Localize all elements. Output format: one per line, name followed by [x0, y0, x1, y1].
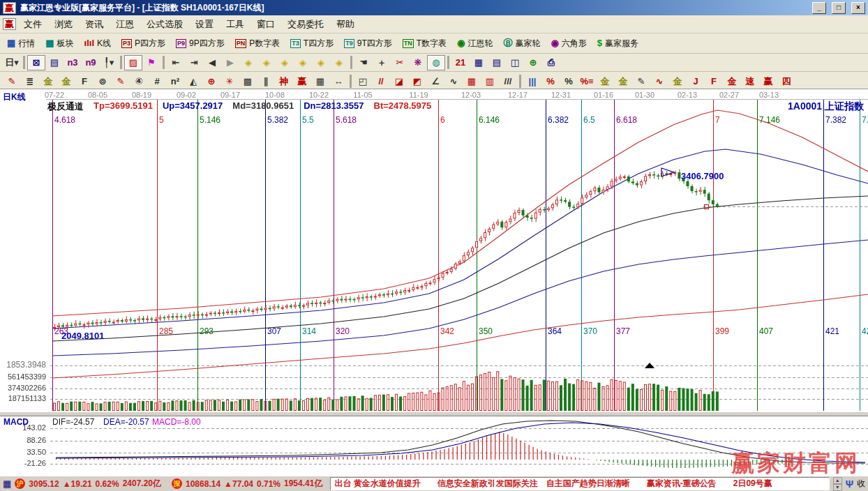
wave-9-button[interactable]: n9 [82, 55, 100, 70]
toolbar-9p-square-button[interactable]: P9 9P四方形 [172, 36, 229, 51]
next-page-button[interactable]: ▶ [221, 55, 239, 70]
gold-angle-tool[interactable]: 金 [723, 74, 741, 89]
pane-splitter[interactable] [0, 411, 868, 416]
close-button[interactable]: × [851, 2, 865, 14]
fan-lines-tool[interactable]: // [372, 74, 390, 89]
toolbar-hexagon-button[interactable]: ◉ 六角形 [546, 36, 590, 51]
pattern-box-tool[interactable]: ▨ [124, 55, 142, 70]
fan-box-2-tool[interactable]: ◩ [408, 74, 426, 89]
sh-index-value[interactable]: 3095.12 [29, 479, 59, 489]
percent-levels-tool[interactable]: %≡ [578, 74, 596, 89]
red-grid-tool[interactable]: ▦ [463, 74, 481, 89]
compress-view-button[interactable]: ◈ [312, 55, 330, 70]
hand-tool[interactable]: ☚ [354, 55, 373, 70]
f-angle-tool[interactable]: F [705, 74, 723, 89]
toolbar-p-number-table-button[interactable]: PN P数字表 [231, 36, 285, 51]
menu-help[interactable]: 帮助 [330, 17, 361, 32]
menu-gann[interactable]: 江恩 [110, 17, 140, 32]
percent-line-tool[interactable]: % [541, 74, 560, 89]
candle-brush-tool[interactable]: ✎ [632, 74, 650, 89]
web-update-button[interactable]: ⊕ [524, 55, 542, 70]
collapse-button[interactable]: 收 [857, 478, 865, 490]
toolbar-winner-wheel-button[interactable]: Ⓑ 赢家轮 [499, 36, 544, 51]
scale-tool[interactable]: ||| [523, 74, 541, 89]
notes-button[interactable]: ▤ [488, 55, 506, 70]
n-square-tool[interactable]: n² [166, 74, 184, 89]
price-grid-tool[interactable]: ▦ [311, 74, 329, 89]
first-page-button[interactable]: ⇤ [167, 55, 185, 70]
width-measure-tool[interactable]: ↔ [329, 74, 347, 89]
speed-angle-tool[interactable]: 速 [741, 74, 759, 89]
angle-lines-tool[interactable]: ∠ [426, 74, 444, 89]
sz-index-value[interactable]: 10868.14 [186, 479, 220, 489]
gold-ratio-tool-2[interactable]: 金 [57, 74, 75, 89]
scissors-tool[interactable]: ✂ [391, 55, 409, 70]
slash-lines-tool[interactable]: /// [499, 74, 517, 89]
info-panel-button[interactable]: ▤ [45, 55, 63, 70]
last-page-button[interactable]: ⇥ [185, 55, 203, 70]
zone-select-tool[interactable]: ⊠ [27, 55, 45, 70]
shift-right-button[interactable]: ◈ [257, 55, 276, 70]
menu-window[interactable]: 窗口 [250, 17, 281, 32]
toolbar-t-square-button[interactable]: T3 T四方形 [286, 36, 338, 51]
period-dropdown[interactable]: 日▾ [3, 55, 21, 70]
toolbar-p-square-button[interactable]: P3 P四方形 [117, 36, 170, 51]
ying-tool[interactable]: 赢 [293, 74, 311, 89]
knot-tool[interactable]: ❋ [409, 55, 427, 70]
shift-left-button[interactable]: ◈ [239, 55, 257, 70]
toolbar-quotes-button[interactable]: ▦ 行情 [3, 36, 39, 51]
minimize-button[interactable]: _ [812, 2, 826, 14]
zoom-in-button[interactable]: ◈ [294, 55, 312, 70]
toolbar-9t-square-button[interactable]: T9 9T四方形 [340, 36, 396, 51]
calendar-button[interactable]: 21 [451, 55, 470, 70]
maximize-button[interactable]: □ [832, 2, 846, 14]
full-view-button[interactable]: ◈ [330, 55, 348, 70]
four-angle-tool[interactable]: 四 [777, 74, 795, 89]
print-button[interactable]: ⎙ [542, 55, 560, 70]
color-chart-button[interactable]: ⚑ [142, 55, 160, 70]
red-grid-2-tool[interactable]: ▥ [481, 74, 499, 89]
gann-fan-tool[interactable]: ✳ [220, 74, 239, 89]
brush-tool-2[interactable]: ✎ [112, 74, 130, 89]
wave-red-tool[interactable]: ∿ [650, 74, 668, 89]
brain-tool[interactable]: ◍ [427, 55, 445, 70]
market-table-icon[interactable]: ▦ [3, 478, 11, 489]
gann-circle-tool[interactable]: ⊕ [202, 74, 220, 89]
menu-settings[interactable]: 设置 [189, 17, 220, 32]
toolbar-winner-service-button[interactable]: $ 赢家服务 [593, 36, 643, 51]
spiral-tool[interactable]: ⊚ [93, 74, 112, 89]
angle-tool[interactable]: ◭ [184, 74, 202, 89]
shen-tool[interactable]: 神 [275, 74, 293, 89]
toolbar-gann-wheel-button[interactable]: ◉ 江恩轮 [453, 36, 497, 51]
box-select-tool[interactable]: ◰ [354, 74, 372, 89]
fan-box-tool[interactable]: ◪ [390, 74, 408, 89]
menu-tools[interactable]: 工具 [220, 17, 250, 32]
candle-style-dropdown[interactable]: ╿▾ [100, 55, 118, 70]
ruler-lines-tool[interactable]: ≣ [21, 74, 39, 89]
menu-formula-stock-pick[interactable]: 公式选股 [140, 17, 189, 32]
calculator-button[interactable]: ▦ [470, 55, 488, 70]
toolbar-kline-button[interactable]: ılıl K线 [80, 36, 115, 51]
percent-tool[interactable]: % [560, 74, 578, 89]
circle-4-tool[interactable]: ④ [130, 74, 148, 89]
gold-line-tool[interactable]: 金 [668, 74, 687, 89]
crosshair-tool[interactable]: ＋ [373, 55, 391, 70]
scroll-down-button[interactable]: ▼ [833, 484, 842, 491]
prev-page-button[interactable]: ◀ [203, 55, 221, 70]
zoom-out-button[interactable]: ◈ [276, 55, 294, 70]
j-angle-tool[interactable]: J [687, 74, 705, 89]
menu-news[interactable]: 资讯 [79, 17, 110, 32]
gold-circle-tool[interactable]: 金 [596, 74, 614, 89]
wave-tool[interactable]: ∿ [444, 74, 463, 89]
gold-ratio-tool-1[interactable]: 金 [39, 74, 57, 89]
brush-tool[interactable]: ✎ [3, 74, 21, 89]
grid-tool[interactable]: # [148, 74, 166, 89]
toolbar-sectors-button[interactable]: ▩ 板块 [41, 36, 77, 51]
save-button[interactable]: ◫ [506, 55, 524, 70]
wave-3-button[interactable]: n3 [63, 55, 82, 70]
ying-angle-tool[interactable]: 赢 [759, 74, 777, 89]
web-grid-tool[interactable]: ▩ [239, 74, 257, 89]
gold-levels-tool[interactable]: 金 [614, 74, 632, 89]
toolbar-t-number-table-button[interactable]: TN T数字表 [398, 36, 451, 51]
menu-browse[interactable]: 浏览 [48, 17, 79, 32]
